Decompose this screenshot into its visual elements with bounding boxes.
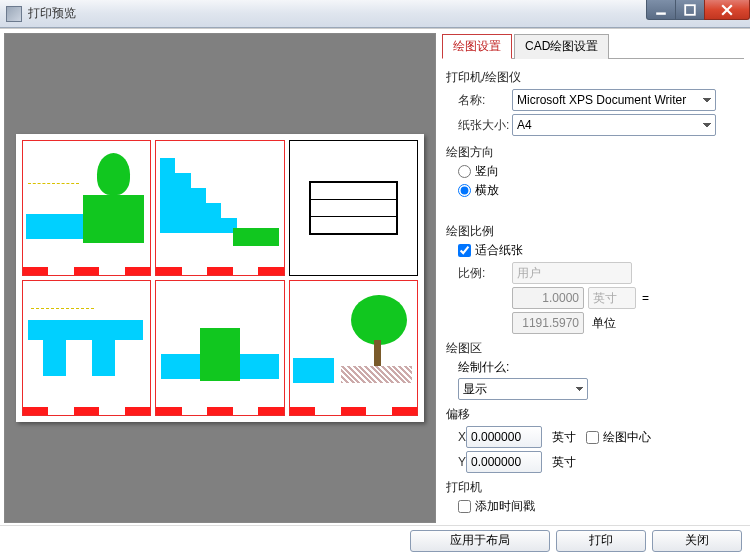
drawing-thumb (22, 280, 151, 416)
preview-pane (4, 33, 436, 523)
group-printer2: 打印机 (446, 479, 740, 496)
checkbox-plot-center[interactable] (586, 431, 599, 444)
radio-portrait[interactable] (458, 165, 471, 178)
label-unit2: 单位 (592, 315, 640, 332)
group-scale: 绘图比例 (446, 223, 740, 240)
label-offset-y: Y (446, 455, 466, 469)
scale-num2-input[interactable] (512, 312, 584, 334)
window-title: 打印预览 (28, 5, 76, 22)
group-orientation: 绘图方向 (446, 144, 740, 161)
print-button[interactable]: 打印 (556, 530, 646, 552)
drawing-thumb (155, 140, 284, 276)
label-plot-center: 绘图中心 (603, 429, 651, 446)
label-offset-x-unit: 英寸 (552, 429, 576, 446)
checkbox-fit-paper[interactable] (458, 244, 471, 257)
group-offset: 偏移 (446, 406, 740, 423)
group-plot-area: 绘图区 (446, 340, 740, 357)
maximize-button[interactable] (675, 0, 705, 20)
label-landscape: 横放 (475, 182, 499, 199)
paper-size-select[interactable]: A4 (512, 114, 716, 136)
drawing-thumb (22, 140, 151, 276)
scale-ratio-select[interactable]: 用户 (512, 262, 632, 284)
tab-cad-plot-settings[interactable]: CAD绘图设置 (514, 34, 609, 59)
label-plot-what: 绘制什么: (446, 359, 740, 376)
printer-name-select[interactable]: Microsoft XPS Document Writer (512, 89, 716, 111)
radio-landscape[interactable] (458, 184, 471, 197)
equals-sign: = (642, 291, 649, 305)
close-button[interactable] (704, 0, 750, 20)
label-portrait: 竖向 (475, 163, 499, 180)
settings-panel: 绘图设置 CAD绘图设置 打印机/绘图仪 名称: Microsoft XPS D… (438, 29, 750, 521)
offset-x-input[interactable] (466, 426, 542, 448)
apply-layout-button[interactable]: 应用于布局 (410, 530, 550, 552)
tab-plot-settings[interactable]: 绘图设置 (442, 34, 512, 59)
label-ratio: 比例: (446, 265, 512, 282)
dialog-footer: 应用于布局 打印 关闭 (0, 525, 750, 555)
label-fit-paper: 适合纸张 (475, 242, 523, 259)
drawing-info-thumb (289, 140, 418, 276)
title-bar: 打印预览 (0, 0, 750, 28)
label-offset-x: X (446, 430, 466, 444)
svg-rect-1 (685, 5, 695, 15)
label-printer-name: 名称: (446, 92, 512, 109)
app-icon (6, 6, 22, 22)
scale-num1-input[interactable] (512, 287, 584, 309)
group-printer: 打印机/绘图仪 (446, 69, 740, 86)
plot-what-select[interactable]: 显示 (458, 378, 588, 400)
label-offset-y-unit: 英寸 (552, 454, 576, 471)
window-buttons (647, 0, 750, 20)
preview-page (16, 134, 424, 422)
label-timestamp: 添加时间戳 (475, 498, 535, 515)
drawing-thumb (289, 280, 418, 416)
minimize-button[interactable] (646, 0, 676, 20)
checkbox-timestamp[interactable] (458, 500, 471, 513)
tab-bar: 绘图设置 CAD绘图设置 (442, 33, 744, 59)
label-paper-size: 纸张大小: (446, 117, 512, 134)
offset-y-input[interactable] (466, 451, 542, 473)
drawing-thumb (155, 280, 284, 416)
close-dialog-button[interactable]: 关闭 (652, 530, 742, 552)
scale-unit1-select[interactable]: 英寸 (588, 287, 636, 309)
